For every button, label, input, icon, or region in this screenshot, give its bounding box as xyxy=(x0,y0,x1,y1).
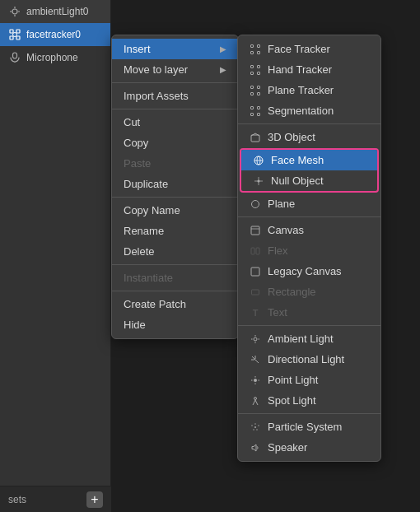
face-tracker-sm-icon xyxy=(250,44,261,55)
rectangle-icon xyxy=(250,286,261,298)
separator-5 xyxy=(112,291,238,291)
menu-item-instantiate: Instantiate xyxy=(112,268,238,288)
menu-item-duplicate[interactable]: Duplicate xyxy=(112,174,238,194)
add-asset-button[interactable]: + xyxy=(86,491,103,508)
submenu-sep-4 xyxy=(238,413,380,414)
submenu-item-ambient-light[interactable]: Ambient Light xyxy=(238,328,380,349)
menu-item-move-to-layer[interactable]: Move to layer ▶ xyxy=(112,59,238,80)
submenu-item-point-light[interactable]: Point Light xyxy=(238,370,380,390)
svg-rect-36 xyxy=(251,226,259,235)
separator-4 xyxy=(112,264,238,265)
svg-rect-20 xyxy=(251,86,254,88)
submenu-item-particle-system[interactable]: Particle System xyxy=(238,417,380,437)
submenu-arrow-move: ▶ xyxy=(220,65,226,74)
submenu-context-menu: Face Tracker Hand Tracker Plane Tracker xyxy=(237,35,381,462)
separator-3 xyxy=(112,197,238,198)
submenu-item-plane[interactable]: Plane xyxy=(238,193,380,214)
speaker-icon xyxy=(250,442,261,454)
assets-label: sets xyxy=(8,494,26,505)
submenu-item-flex: Flex xyxy=(238,240,380,261)
svg-rect-40 xyxy=(252,290,259,295)
submenu-item-speaker[interactable]: Speaker xyxy=(238,437,380,458)
svg-rect-8 xyxy=(16,36,20,40)
svg-point-55 xyxy=(254,426,256,428)
submenu-sep-2 xyxy=(238,216,380,217)
svg-rect-21 xyxy=(258,86,260,88)
svg-rect-7 xyxy=(10,36,13,40)
submenu-item-rectangle: Rectangle xyxy=(238,282,380,302)
svg-rect-17 xyxy=(258,65,260,67)
menu-item-import-assets[interactable]: Import Assets xyxy=(112,86,238,106)
face-mesh-icon xyxy=(253,155,264,166)
sidebar-label-ambient: ambientLight0 xyxy=(26,6,88,17)
svg-point-41 xyxy=(254,337,257,341)
ambient-light-icon xyxy=(8,5,21,18)
svg-rect-19 xyxy=(258,72,260,74)
microphone-icon xyxy=(8,51,21,64)
submenu-item-legacy-canvas[interactable]: Legacy Canvas xyxy=(238,261,380,282)
svg-rect-23 xyxy=(258,92,260,95)
submenu-item-directional-light[interactable]: Directional Light xyxy=(238,349,380,370)
pink-highlight-box: Face Mesh Null Object xyxy=(240,148,379,193)
svg-rect-25 xyxy=(258,106,260,109)
submenu-item-null-object[interactable]: Null Object xyxy=(241,170,377,191)
spot-light-icon xyxy=(250,395,261,407)
submenu-item-segmentation[interactable]: Segmentation xyxy=(238,100,380,121)
menu-item-paste: Paste xyxy=(112,153,238,174)
submenu-item-hand-tracker[interactable]: Hand Tracker xyxy=(238,59,380,80)
svg-point-35 xyxy=(252,200,259,207)
svg-rect-15 xyxy=(258,51,260,54)
hand-tracker-icon xyxy=(250,64,261,76)
sidebar: ambientLight0 facetracker0 Microphone se… xyxy=(0,0,111,512)
svg-rect-28 xyxy=(251,135,259,142)
svg-rect-38 xyxy=(256,248,259,254)
submenu-item-face-tracker[interactable]: Face Tracker xyxy=(238,39,380,59)
submenu-arrow-insert: ▶ xyxy=(220,44,226,54)
3d-object-icon xyxy=(250,132,261,143)
svg-point-58 xyxy=(253,429,254,430)
svg-point-49 xyxy=(254,379,257,382)
flex-icon xyxy=(250,245,261,257)
sidebar-label-microphone: Microphone xyxy=(26,52,78,63)
menu-item-copy[interactable]: Copy xyxy=(112,133,238,153)
canvas-icon xyxy=(250,225,261,236)
plane-tracker-icon xyxy=(250,85,261,96)
menu-item-insert[interactable]: Insert ▶ xyxy=(112,39,238,59)
sidebar-item-facetracker[interactable]: facetracker0 xyxy=(0,23,110,46)
svg-rect-5 xyxy=(10,30,13,33)
submenu-item-canvas[interactable]: Canvas xyxy=(238,220,380,240)
svg-point-0 xyxy=(12,9,17,14)
menu-item-copy-name[interactable]: Copy Name xyxy=(112,200,238,221)
submenu-item-face-mesh[interactable]: Face Mesh xyxy=(241,150,377,170)
svg-rect-37 xyxy=(251,248,254,254)
submenu-item-3d-object[interactable]: 3D Object xyxy=(238,127,380,147)
primary-context-menu: Insert ▶ Move to layer ▶ Import Assets C… xyxy=(111,35,239,339)
sidebar-item-microphone[interactable]: Microphone xyxy=(0,46,110,69)
text-icon: T xyxy=(250,307,261,319)
menu-item-cut[interactable]: Cut xyxy=(112,112,238,133)
menu-item-delete[interactable]: Delete xyxy=(112,241,238,262)
svg-rect-27 xyxy=(258,113,260,115)
submenu-item-plane-tracker[interactable]: Plane Tracker xyxy=(238,80,380,100)
point-light-icon xyxy=(250,375,261,386)
separator-2 xyxy=(112,109,238,109)
svg-rect-6 xyxy=(16,30,20,33)
menu-item-create-patch[interactable]: Create Patch xyxy=(112,294,238,314)
svg-rect-12 xyxy=(251,44,254,47)
svg-rect-24 xyxy=(251,106,254,109)
sidebar-item-ambient[interactable]: ambientLight0 xyxy=(0,0,110,23)
submenu-item-spot-light[interactable]: Spot Light xyxy=(238,390,380,411)
separator-1 xyxy=(112,82,238,83)
menu-item-hide[interactable]: Hide xyxy=(112,314,238,335)
svg-point-9 xyxy=(13,33,17,37)
svg-point-60 xyxy=(254,423,255,424)
svg-point-57 xyxy=(258,425,259,426)
directional-light-icon xyxy=(250,354,261,365)
sidebar-label-facetracker: facetracker0 xyxy=(26,29,81,40)
svg-rect-26 xyxy=(251,113,254,115)
svg-rect-22 xyxy=(251,92,254,95)
null-object-icon xyxy=(253,175,264,187)
menu-item-rename[interactable]: Rename xyxy=(112,221,238,241)
svg-rect-10 xyxy=(13,53,17,58)
svg-rect-14 xyxy=(251,51,254,54)
